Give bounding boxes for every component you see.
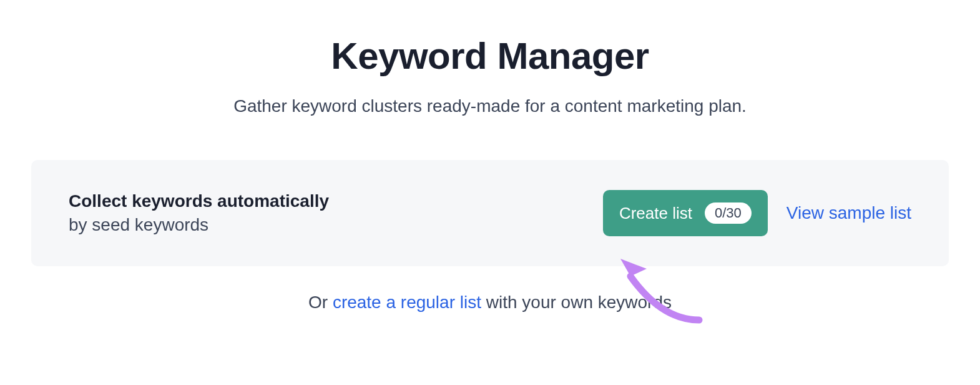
card-sub: by seed keywords — [69, 215, 603, 235]
card-actions: Create list 0/30 View sample list — [603, 190, 911, 236]
create-list-button-label: Create list — [619, 204, 692, 223]
card-heading: Collect keywords automatically — [69, 191, 603, 211]
main-container: Keyword Manager Gather keyword clusters … — [0, 0, 980, 312]
collect-card: Collect keywords automatically by seed k… — [31, 160, 949, 266]
page-subtitle: Gather keyword clusters ready-made for a… — [0, 96, 980, 116]
create-regular-list-link[interactable]: create a regular list — [333, 292, 481, 312]
card-text: Collect keywords automatically by seed k… — [69, 191, 603, 235]
count-badge: 0/30 — [705, 202, 752, 224]
view-sample-list-link[interactable]: View sample list — [786, 203, 911, 223]
footer-suffix: with your own keywords — [481, 292, 672, 312]
create-list-button[interactable]: Create list 0/30 — [603, 190, 768, 236]
page-title: Keyword Manager — [0, 34, 980, 78]
footer-text: Or create a regular list with your own k… — [0, 292, 980, 312]
footer-prefix: Or — [308, 292, 333, 312]
